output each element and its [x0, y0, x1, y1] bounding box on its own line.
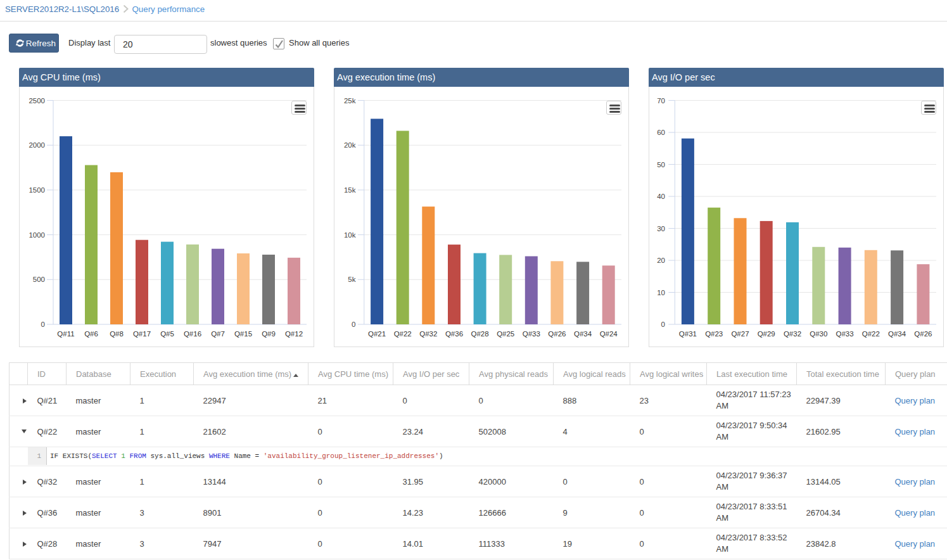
svg-text:Q#21: Q#21 — [368, 330, 386, 338]
svg-text:20: 20 — [657, 257, 665, 264]
svg-text:Q#32: Q#32 — [784, 330, 801, 338]
svg-text:15k: 15k — [344, 186, 356, 194]
svg-text:Q#33: Q#33 — [836, 330, 854, 338]
svg-text:Q#12: Q#12 — [285, 330, 303, 338]
svg-text:10: 10 — [657, 289, 665, 296]
svg-text:Q#5: Q#5 — [160, 330, 174, 338]
svg-text:Q#7: Q#7 — [211, 330, 225, 338]
svg-text:0: 0 — [352, 321, 355, 328]
svg-text:0: 0 — [661, 321, 665, 328]
svg-text:70: 70 — [657, 97, 665, 105]
svg-text:Q#32: Q#32 — [419, 330, 437, 338]
svg-text:40: 40 — [657, 193, 665, 200]
svg-text:Q#11: Q#11 — [57, 330, 74, 338]
svg-text:Q#26: Q#26 — [548, 330, 566, 338]
svg-text:Q#22: Q#22 — [862, 330, 880, 338]
svg-text:Q#24: Q#24 — [600, 330, 618, 338]
svg-text:0: 0 — [41, 321, 45, 328]
svg-text:Q#25: Q#25 — [497, 330, 514, 338]
svg-text:25k: 25k — [344, 97, 356, 105]
svg-text:Q#16: Q#16 — [184, 330, 201, 338]
svg-text:Q#31: Q#31 — [679, 330, 697, 338]
svg-text:Q#27: Q#27 — [731, 330, 749, 338]
svg-text:Q#34: Q#34 — [574, 330, 592, 338]
svg-text:10k: 10k — [344, 231, 356, 239]
svg-text:Q#8: Q#8 — [110, 330, 124, 338]
svg-text:20k: 20k — [344, 141, 356, 149]
svg-text:Q#17: Q#17 — [133, 330, 151, 338]
svg-text:50: 50 — [657, 161, 665, 169]
svg-text:Q#15: Q#15 — [234, 330, 252, 338]
svg-text:5k: 5k — [348, 276, 355, 283]
svg-text:60: 60 — [657, 129, 665, 136]
svg-text:Q#29: Q#29 — [758, 330, 775, 338]
svg-text:1500: 1500 — [29, 186, 45, 194]
svg-text:Q#26: Q#26 — [914, 330, 932, 338]
svg-text:Q#28: Q#28 — [471, 330, 489, 338]
svg-text:2000: 2000 — [29, 141, 45, 149]
svg-text:Q#34: Q#34 — [888, 330, 906, 338]
svg-text:500: 500 — [33, 276, 45, 283]
svg-text:Q#36: Q#36 — [445, 330, 463, 338]
svg-text:Q#23: Q#23 — [705, 330, 723, 338]
svg-text:2500: 2500 — [29, 97, 45, 105]
svg-text:Q#6: Q#6 — [84, 330, 98, 338]
svg-text:Q#22: Q#22 — [394, 330, 412, 338]
svg-text:Q#30: Q#30 — [810, 330, 827, 338]
svg-text:Q#33: Q#33 — [523, 330, 540, 338]
svg-text:1000: 1000 — [29, 231, 45, 239]
svg-text:30: 30 — [657, 225, 665, 232]
svg-text:Q#9: Q#9 — [262, 330, 276, 338]
